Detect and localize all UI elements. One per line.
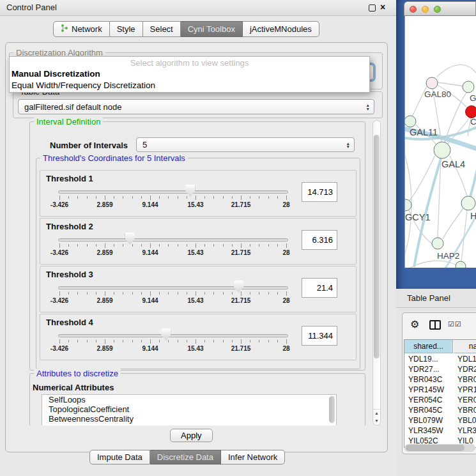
tab-infer-network[interactable]: Infer Network — [221, 450, 285, 464]
h-node[interactable] — [461, 196, 475, 210]
table-header-na[interactable]: na — [454, 340, 476, 353]
minor-tick — [178, 196, 178, 199]
scroll-up-icon[interactable]: ▲ — [373, 409, 380, 417]
minor-tick — [141, 244, 142, 247]
tick-label: 21.715 — [231, 345, 251, 352]
major-tick — [286, 291, 287, 296]
table-cell[interactable]: YER054C — [408, 395, 453, 405]
gal4-node[interactable] — [434, 142, 450, 158]
table-cell[interactable]: YBR045C — [408, 405, 453, 415]
slider-track[interactable] — [58, 334, 288, 337]
table-cell[interactable]: YBL0 — [457, 415, 476, 426]
network-canvas[interactable]: GAL80GACGAL11GAL4GCY1HHAP2 — [404, 16, 476, 268]
threshold-value-field[interactable] — [302, 326, 337, 346]
zoom-traffic-light[interactable] — [434, 6, 441, 13]
table-cell[interactable]: YBR0 — [457, 405, 476, 415]
dropdown-item-equal-width-frequency-discretization[interactable]: Equal Width/Frequency Discretization — [10, 80, 369, 91]
network-window-titlebar[interactable] — [404, 1, 476, 16]
network-edge[interactable] — [461, 210, 467, 261]
scroll-down-icon[interactable]: ▼ — [373, 417, 380, 425]
tab-jactivemnodules[interactable]: jActiveMNodules — [243, 21, 319, 37]
threshold-panel-4: Threshold 4-3.4262.8599.14415.4321.71528 — [40, 314, 357, 360]
column-split-icon[interactable] — [429, 320, 441, 330]
tab-impute-data[interactable]: Impute Data — [89, 450, 150, 464]
list-item-betweennesscentrality[interactable]: BetweennessCentrality — [42, 414, 336, 424]
node-table[interactable]: shared...naYDL19...YDL1YDR27...YDR2YBR04… — [404, 339, 476, 448]
slider-track[interactable] — [58, 286, 288, 289]
gal11-node[interactable] — [405, 116, 416, 127]
table-cell[interactable]: YPR145W — [408, 385, 453, 395]
slider-thumb[interactable] — [185, 185, 195, 197]
network-edge[interactable] — [470, 158, 476, 197]
minor-tick — [132, 340, 133, 342]
close-icon[interactable]: × — [380, 2, 385, 12]
table-cell[interactable]: YBR043C — [408, 374, 453, 385]
stepper-icon: ▲▼ — [346, 141, 350, 148]
tab-style[interactable]: Style — [110, 21, 143, 37]
table-cell[interactable]: YDR2 — [457, 364, 476, 374]
ga-node[interactable] — [463, 81, 474, 93]
slider-thumb[interactable] — [234, 280, 243, 293]
slider-track[interactable] — [58, 190, 288, 194]
tab-network[interactable]: Network — [53, 21, 110, 37]
threshold-value-field[interactable] — [302, 278, 337, 298]
threshold-value-field[interactable] — [302, 230, 337, 250]
gcy1-node[interactable] — [405, 199, 411, 211]
gal80-node[interactable] — [426, 77, 438, 89]
settings-scrollbar[interactable]: ▲ ▼ — [372, 120, 381, 426]
number-of-intervals-combobox[interactable]: 5 ▲▼ — [136, 137, 355, 152]
minor-tick — [268, 244, 269, 247]
slider-thumb[interactable] — [161, 328, 171, 341]
minor-tick — [77, 244, 78, 247]
float-window-icon[interactable] — [369, 4, 376, 12]
table-hscrollbar[interactable] — [404, 444, 475, 452]
red-node[interactable] — [466, 106, 476, 118]
edge-node[interactable] — [456, 261, 466, 268]
checkbox-icons[interactable]: ☑☑ — [448, 320, 462, 328]
table-header-shared-[interactable]: shared... — [404, 340, 453, 353]
dropdown-item-manual-discretization[interactable]: Manual Discretization — [10, 68, 369, 80]
settings-scrollbar-thumb[interactable] — [374, 135, 380, 358]
table-cell[interactable]: YDL19... — [408, 354, 453, 364]
tab-label: Style — [117, 24, 135, 34]
minimize-traffic-light[interactable] — [422, 6, 429, 13]
threshold-value-field[interactable] — [302, 182, 337, 202]
list-item-topologicalcoefficient[interactable]: TopologicalCoefficient — [42, 404, 336, 414]
numerical-attributes-list[interactable]: SelfLoopsTopologicalCoefficientBetweenne… — [42, 394, 337, 426]
minor-tick — [96, 340, 96, 342]
table-cell[interactable]: YLR3 — [457, 426, 476, 436]
slider-track[interactable] — [58, 238, 288, 242]
table-cell[interactable]: YER0 — [457, 395, 476, 405]
table-cell[interactable]: YBR0 — [457, 374, 476, 385]
table-cell[interactable]: YDL1 — [457, 354, 476, 364]
major-tick — [241, 291, 242, 296]
settings-gear-icon[interactable]: ⚙ — [410, 318, 419, 330]
list-item-selfloops[interactable]: SelfLoops — [42, 395, 336, 404]
table-hscrollbar-thumb[interactable] — [406, 445, 464, 451]
minor-tick — [68, 244, 69, 247]
minor-tick — [232, 292, 233, 295]
slider-thumb[interactable] — [125, 233, 135, 245]
tab-cyni-toolbox[interactable]: Cyni Toolbox — [181, 21, 243, 37]
minor-tick — [204, 292, 205, 295]
apply-button[interactable]: Apply — [170, 429, 213, 442]
network-edge[interactable] — [437, 65, 476, 77]
threshold-panel-1: Threshold 1-3.4262.8599.14415.4321.71528 — [40, 170, 357, 217]
table-cell[interactable]: YDR27... — [408, 364, 453, 374]
network-edge[interactable] — [443, 208, 463, 239]
network-edge[interactable] — [438, 82, 463, 86]
table-cell[interactable]: YPR1 — [457, 385, 476, 395]
table-cell[interactable]: YLR345W — [408, 426, 453, 436]
list-scrollbar-thumb[interactable] — [329, 396, 335, 423]
minor-tick — [204, 244, 205, 247]
minor-tick — [132, 196, 133, 199]
table-data-combobox[interactable]: galFiltered.sif default node ▲▼ — [18, 99, 374, 114]
hap2-node[interactable] — [432, 238, 443, 249]
minor-tick — [168, 292, 169, 295]
minor-tick — [159, 244, 160, 247]
minor-tick — [259, 244, 259, 247]
close-traffic-light[interactable] — [410, 6, 417, 13]
tab-discretize-data[interactable]: Discretize Data — [150, 450, 221, 464]
tab-select[interactable]: Select — [143, 21, 181, 37]
table-cell[interactable]: YBL079W — [408, 415, 453, 426]
